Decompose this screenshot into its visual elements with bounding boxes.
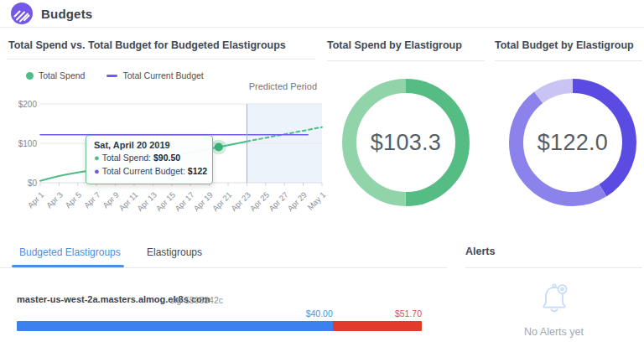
spend-donut-title: Total Spend by Elastigroup [327, 39, 462, 51]
tab-budgeted-elastigroups[interactable]: Budgeted Elastigroups [19, 246, 121, 258]
svg-text:May 1: May 1 [305, 190, 327, 212]
legend-item-total-spend[interactable]: Total Spend [26, 70, 85, 80]
spent-amount-label: $40.00 [306, 308, 333, 319]
total-budget-line-icon [106, 75, 117, 77]
tooltip-spend-label: Total Spend: [102, 153, 151, 163]
chart-tooltip: Sat, April 20 2019 ●Total Spend: $90.50 … [86, 135, 213, 184]
spend-bullet-icon: ● [94, 153, 100, 163]
svg-text:$100: $100 [18, 139, 38, 148]
bell-icon [534, 278, 574, 319]
usage-bar-spent-segment [17, 321, 333, 331]
total-budget-value: $122.0 [506, 75, 640, 210]
total-spend-donut-chart[interactable]: $103.3 [339, 75, 473, 210]
tooltip-row-spend: ●Total Spend: $90.50 [94, 152, 205, 165]
usage-bar-over-segment [333, 321, 422, 331]
budget-usage-bar[interactable] [17, 321, 422, 331]
legend-label-total-spend: Total Spend [39, 70, 85, 80]
alerts-title: Alerts [465, 246, 495, 257]
total-spend-value: $103.3 [339, 75, 473, 210]
budget-donut-title: Total Budget by Elastigroup [495, 39, 634, 51]
svg-text:Apr 29: Apr 29 [285, 190, 309, 214]
over-amount-label: $51.70 [395, 308, 422, 319]
svg-text:Apr 5: Apr 5 [63, 190, 83, 210]
elastigroup-sig-id: sig-5505342c [170, 295, 223, 305]
svg-text:Apr 23: Apr 23 [229, 190, 252, 214]
total-budget-donut-chart[interactable]: $122.0 [506, 75, 640, 210]
page-title: Budgets [41, 7, 92, 21]
legend-label-total-budget: Total Current Budget [122, 70, 203, 80]
svg-text:Apr 17: Apr 17 [173, 190, 196, 214]
tooltip-date: Sat, April 20 2019 [94, 140, 205, 150]
tooltip-row-budget: ●Total Current Budget: $122 [94, 165, 205, 179]
left-panel-divider [7, 59, 315, 60]
tab-elastigroups[interactable]: Elastigroups [147, 246, 202, 258]
svg-text:Apr 27: Apr 27 [267, 190, 290, 214]
alerts-divider [465, 267, 642, 268]
budgets-dashboard: Budgets Total Spend vs. Total Budget for… [0, 0, 644, 347]
svg-text:Apr 19: Apr 19 [191, 190, 215, 214]
app-header: Budgets [0, 0, 644, 28]
tooltip-spend-value: $90.50 [153, 153, 180, 163]
svg-text:Apr 21: Apr 21 [210, 190, 234, 214]
spotinst-logo-icon[interactable] [11, 3, 33, 24]
legend-item-total-budget[interactable]: Total Current Budget [106, 70, 203, 80]
tooltip-budget-value: $122 [188, 166, 207, 176]
svg-text:Apr 7: Apr 7 [82, 190, 102, 210]
total-spend-dot-icon [26, 72, 34, 80]
svg-text:Apr 11: Apr 11 [117, 190, 139, 213]
mid-panel-divider [327, 60, 485, 61]
budget-bullet-icon: ● [94, 166, 100, 176]
tooltip-budget-label: Total Current Budget: [102, 166, 185, 176]
svg-text:Apr 3: Apr 3 [44, 190, 65, 210]
svg-text:Apr 15: Apr 15 [154, 190, 178, 214]
chart-legend: Total Spend Total Current Budget [26, 70, 204, 80]
svg-text:$200: $200 [18, 100, 38, 109]
tabs-divider [0, 267, 447, 268]
right-panel-divider [495, 60, 642, 61]
svg-text:$0: $0 [28, 179, 38, 188]
svg-text:Apr 25: Apr 25 [248, 190, 272, 214]
svg-text:Apr 1: Apr 1 [26, 190, 46, 210]
spend-vs-budget-title: Total Spend vs. Total Budget for Budgete… [8, 39, 286, 51]
usage-bar-labels: $40.00 $51.70 [17, 308, 422, 319]
no-alerts-text: No Alerts yet [465, 326, 642, 338]
active-tab-underline [12, 265, 124, 267]
svg-text:Apr 13: Apr 13 [135, 190, 158, 214]
